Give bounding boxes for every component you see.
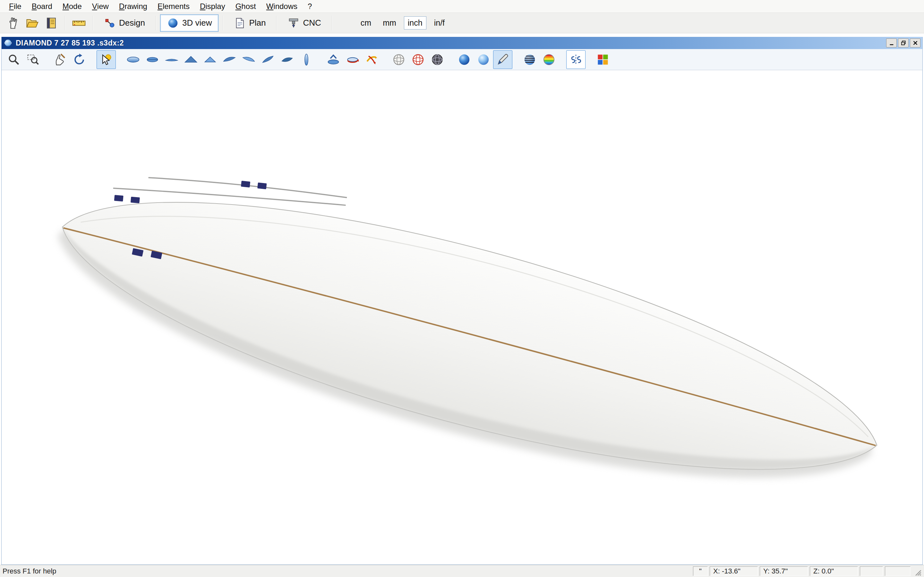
unit-mm-button[interactable]: mm <box>379 16 400 29</box>
board-flip-icon <box>326 53 341 67</box>
zoom-window-tool-button[interactable] <box>23 50 43 69</box>
menu-elements-accel: E <box>158 2 163 11</box>
board-outline-filled-icon <box>145 53 160 67</box>
menu-display[interactable]: Display <box>195 0 230 13</box>
notebook-button[interactable] <box>42 14 61 32</box>
rotate-view-icon <box>72 53 86 67</box>
mode-3d-view-label: 3D view <box>182 18 212 28</box>
statusbar: Press F1 for help " X: -13.6" Y: 35.7" Z… <box>0 565 924 577</box>
mode-plan-button[interactable]: Plan <box>227 15 272 32</box>
mode-cnc-button[interactable]: CNC <box>281 15 328 32</box>
minimize-icon <box>889 40 895 46</box>
menu-view[interactable]: View <box>87 0 114 13</box>
color-squares-button[interactable] <box>593 50 612 69</box>
menu-drawing-accel: D <box>119 2 124 11</box>
menu-windows[interactable]: Windows <box>261 0 302 13</box>
rotate-view-tool-button[interactable] <box>69 50 89 69</box>
rotate-horizontal-icon <box>346 53 360 67</box>
board-profile-view-button[interactable] <box>162 50 181 69</box>
mode-design-button[interactable]: Design <box>97 15 152 32</box>
toolbar-separator <box>332 16 333 31</box>
menu-display-accel: D <box>200 2 205 11</box>
board-front-triangle-icon <box>184 53 198 67</box>
menu-board-accel: B <box>32 2 37 11</box>
menu-help[interactable]: ? <box>302 0 317 13</box>
board-outline-filled-view-button[interactable] <box>143 50 162 69</box>
render-wireframe-button[interactable] <box>389 50 409 69</box>
zoom-tool-button[interactable] <box>4 50 23 69</box>
unit-inch-button[interactable]: inch <box>404 16 426 29</box>
canvas-3d-view[interactable] <box>2 70 922 564</box>
slice-left-icon <box>222 53 236 67</box>
slice-right-view-button[interactable] <box>239 50 258 69</box>
status-y-coordinate: Y: 35.7" <box>760 566 808 576</box>
cross-section-view-button[interactable] <box>297 50 316 69</box>
hand-pen-tool-button[interactable] <box>50 50 69 69</box>
open-file-icon <box>25 16 39 30</box>
menu-mode[interactable]: Mode <box>57 0 87 13</box>
mode-3d-view-button[interactable]: 3D view <box>160 15 218 32</box>
render-smooth-button[interactable] <box>474 50 493 69</box>
close-button[interactable] <box>910 39 921 47</box>
ruler-icon <box>72 16 86 30</box>
status-empty-field-2 <box>885 566 911 576</box>
slice-right-icon <box>242 53 256 67</box>
resize-grip[interactable] <box>913 566 921 576</box>
board-front-view-button[interactable] <box>181 50 200 69</box>
status-x-coordinate: X: -13.6" <box>710 566 758 576</box>
render-shaded-button[interactable] <box>455 50 474 69</box>
render-wireframe-red-button[interactable] <box>409 50 428 69</box>
mode-plan-label: Plan <box>249 18 266 28</box>
rotate-free-button[interactable] <box>362 50 381 69</box>
hand-tool-button[interactable] <box>3 14 23 32</box>
mode-design-label: Design <box>119 18 145 28</box>
window-controls <box>885 39 921 47</box>
main-toolbar: Design 3D view Plan CNC cm mm inch in/f <box>0 13 924 33</box>
notebook-icon <box>44 16 58 30</box>
select-tool-button[interactable] <box>97 50 116 69</box>
menu-board[interactable]: Board <box>27 0 57 13</box>
render-layers-button[interactable] <box>520 50 540 69</box>
wireframe-red-sphere-icon <box>411 53 425 67</box>
open-file-button[interactable] <box>23 14 42 32</box>
status-z-coordinate: Z: 0.0" <box>810 566 858 576</box>
minimize-button[interactable] <box>886 39 897 47</box>
curvature-ss-button[interactable] <box>566 50 586 69</box>
menu-windows-accel: W <box>266 2 274 11</box>
menu-elements[interactable]: Elements <box>152 0 195 13</box>
rotate-horizontal-button[interactable] <box>343 50 362 69</box>
menu-display-rest: isplay <box>205 2 225 11</box>
menu-ghost-accel: G <box>236 2 242 11</box>
unit-cm-button[interactable]: cm <box>357 16 375 29</box>
status-fields: " X: -13.6" Y: 35.7" Z: 0.0" <box>693 566 921 576</box>
design-mode-icon <box>103 17 116 29</box>
slice-diagonal-icon <box>261 53 275 67</box>
paint-tool-button[interactable] <box>493 50 512 69</box>
render-mesh-dark-button[interactable] <box>428 50 447 69</box>
menu-ghost-rest: host <box>241 2 256 11</box>
unit-inf-button[interactable]: in/f <box>430 16 449 29</box>
mesh-dark-sphere-icon <box>430 53 444 67</box>
window-titlebar[interactable]: DIAMOND 7 27 85 193 .s3dx:2 <box>2 37 922 49</box>
menu-drawing[interactable]: Drawing <box>114 0 152 13</box>
ruler-button[interactable] <box>69 14 89 32</box>
board-back-view-button[interactable] <box>200 50 220 69</box>
render-rainbow-button[interactable] <box>540 50 559 69</box>
menu-file[interactable]: File <box>4 0 27 13</box>
board-outline-view-button[interactable] <box>124 50 143 69</box>
slice-filled-view-button[interactable] <box>278 50 297 69</box>
toolbar-separator <box>92 16 93 31</box>
close-icon <box>913 40 918 46</box>
status-help-text: Press F1 for help <box>3 567 57 575</box>
sphere-3d-icon <box>167 17 179 29</box>
slice-diagonal-view-button[interactable] <box>258 50 278 69</box>
board-back-triangle-icon <box>203 53 217 67</box>
restore-button[interactable] <box>898 39 909 47</box>
toolbar-separator <box>276 16 277 31</box>
menu-ghost[interactable]: Ghost <box>230 0 261 13</box>
plan-doc-icon <box>234 17 246 29</box>
paint-tool-icon <box>496 53 510 67</box>
board-flip-button[interactable] <box>324 50 343 69</box>
cnc-machine-icon <box>288 17 300 29</box>
slice-left-view-button[interactable] <box>220 50 239 69</box>
